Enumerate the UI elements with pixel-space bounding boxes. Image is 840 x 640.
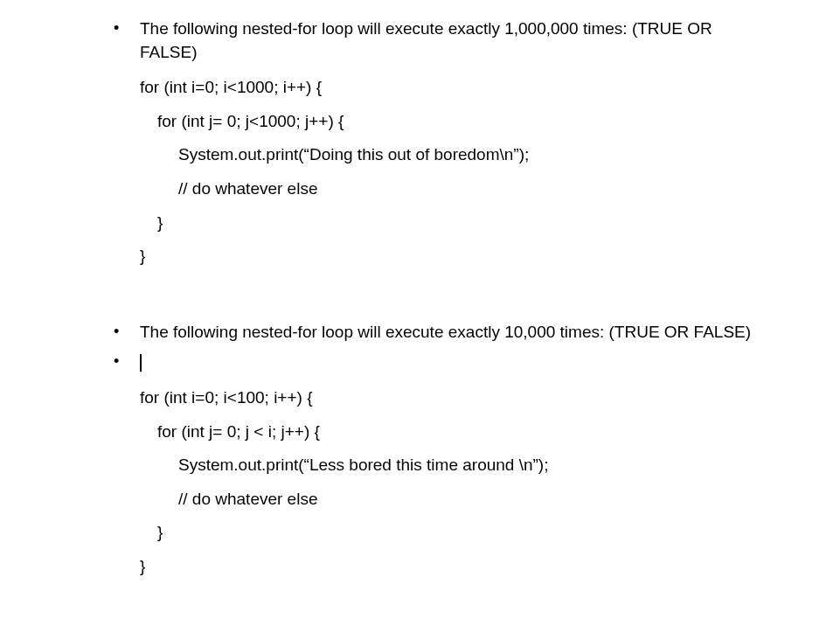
code-line: for (int i=0; i<1000; i++) { [140,76,770,100]
code-line: } [140,245,770,268]
code-line: System.out.print(“Less bored this time a… [140,454,770,477]
code-line: // do whatever else [140,177,770,201]
code-line: // do whatever else [140,488,770,511]
code-line: System.out.print(“Doing this out of bore… [140,143,770,167]
code-line: for (int j= 0; j<1000; j++) { [140,110,770,134]
code-line: for (int j= 0; j < i; j++) { [140,421,770,444]
question-2-prompt: The following nested-for loop will execu… [105,321,770,344]
text-cursor [140,354,142,372]
code-line: } [140,521,770,545]
code-line: } [140,212,770,235]
question-1-code: for (int i=0; i<1000; i++) { for (int j=… [140,76,770,268]
cursor-bullet-line [105,351,770,374]
question-2-text: The following nested-for loop will execu… [140,323,751,341]
question-2-code: for (int i=0; i<100; i++) { for (int j= … [140,386,770,579]
code-line: } [140,555,770,579]
code-line: for (int i=0; i<100; i++) { [140,386,770,410]
question-1-text: The following nested-for loop will execu… [140,19,712,61]
question-1-prompt: The following nested-for loop will execu… [105,17,770,64]
